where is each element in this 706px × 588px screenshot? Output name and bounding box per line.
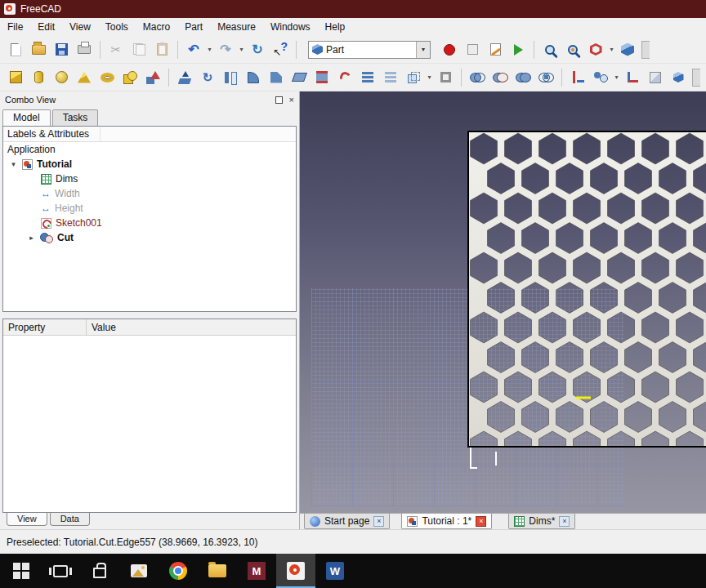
new-file-button[interactable] <box>5 39 26 60</box>
menu-windows[interactable]: Windows <box>263 19 318 36</box>
expand-open-icon[interactable]: ▾ <box>9 160 18 168</box>
tab-start-page[interactable]: Start page × <box>304 514 390 529</box>
whats-this-button[interactable]: ↖ ? <box>270 39 291 60</box>
paste-button[interactable] <box>151 39 172 60</box>
menu-edit[interactable]: Edit <box>30 19 62 36</box>
zoom-selection-button[interactable] <box>562 39 583 60</box>
tree-item-tutorial[interactable]: ▾ Tutorial <box>3 157 296 172</box>
intersection-button[interactable] <box>535 67 556 88</box>
undo-button[interactable]: ↶ <box>183 39 204 60</box>
tree-item-width[interactable]: ↔ Width <box>3 186 296 201</box>
workbench-selector[interactable]: Part ▾ <box>308 41 431 59</box>
property-table-body[interactable] <box>3 336 296 512</box>
tab-data[interactable]: Data <box>50 513 90 526</box>
property-column-header[interactable]: Property <box>3 319 87 335</box>
toggle-measurement-button[interactable] <box>645 67 666 88</box>
measure-linear-button[interactable] <box>567 67 588 88</box>
word-button[interactable]: W <box>315 554 355 588</box>
measure-angular-button[interactable] <box>622 67 643 88</box>
connect-button[interactable] <box>590 67 611 88</box>
m-app-button[interactable]: M <box>237 554 276 588</box>
part-sphere-button[interactable] <box>51 67 72 88</box>
open-file-button[interactable] <box>28 39 49 60</box>
fit-all-button[interactable] <box>539 39 561 60</box>
loft-button[interactable] <box>311 67 333 88</box>
clipped-toolbar-button[interactable] <box>692 69 700 87</box>
offset-dropdown-arrow[interactable]: ▾ <box>426 74 433 81</box>
tree-root-application[interactable]: Application <box>3 142 296 157</box>
menu-tools[interactable]: Tools <box>98 19 136 36</box>
menu-view[interactable]: View <box>62 19 98 36</box>
boolean-cut-button[interactable] <box>489 67 511 88</box>
clipped-toolbar-button[interactable] <box>641 41 650 59</box>
section-button[interactable] <box>357 67 378 88</box>
value-column-header[interactable]: Value <box>87 319 116 335</box>
redo-dropdown-arrow[interactable]: ▾ <box>238 46 245 53</box>
close-tab-icon[interactable]: × <box>373 516 384 527</box>
tree-item-height[interactable]: ↔ Height <box>3 201 296 216</box>
tab-tutorial-document[interactable]: Tutorial : 1* × <box>401 514 492 529</box>
file-explorer-button[interactable] <box>198 554 237 588</box>
draw-style-dropdown-arrow[interactable]: ▾ <box>608 46 615 53</box>
draw-style-button[interactable] <box>585 39 606 60</box>
refresh-button[interactable]: ↻ <box>247 39 268 60</box>
task-view-button[interactable] <box>41 554 80 588</box>
macro-stop-button[interactable] <box>462 39 483 60</box>
menu-macro[interactable]: Macro <box>136 19 177 36</box>
freecad-taskbar-button[interactable] <box>276 554 315 588</box>
menu-help[interactable]: Help <box>318 19 353 36</box>
menu-measure[interactable]: Measure <box>210 19 263 36</box>
save-button[interactable] <box>51 39 72 60</box>
cross-sections-button[interactable] <box>380 67 401 88</box>
axonometric-view-button[interactable] <box>617 39 638 60</box>
copy-button[interactable] <box>128 39 150 60</box>
undo-dropdown-arrow[interactable]: ▾ <box>206 46 213 53</box>
fillet-button[interactable] <box>243 67 264 88</box>
boolean-button[interactable] <box>467 67 488 88</box>
part-torus-button[interactable] <box>96 67 118 88</box>
close-tab-icon[interactable]: × <box>476 516 486 527</box>
start-menu-button[interactable] <box>2 554 41 588</box>
tree-item-cut[interactable]: ▸ Cut <box>3 230 296 245</box>
close-tab-icon[interactable]: × <box>559 516 570 527</box>
mirror-button[interactable] <box>220 67 241 88</box>
thickness-button[interactable] <box>435 67 456 88</box>
tree-item-dims[interactable]: Dims <box>3 172 296 186</box>
tree-item-sketch001[interactable]: Sketch001 <box>3 216 296 230</box>
part-cone-button[interactable] <box>74 67 95 88</box>
photos-button[interactable] <box>119 554 159 588</box>
toggle-3d-button[interactable] <box>668 67 689 88</box>
macro-edit-button[interactable] <box>485 39 506 60</box>
connect-dropdown-arrow[interactable]: ▾ <box>613 74 620 81</box>
tab-dims-spreadsheet[interactable]: Dims* × <box>508 514 575 529</box>
part-cylinder-button[interactable] <box>28 67 49 88</box>
tab-view[interactable]: View <box>7 513 47 526</box>
menu-file[interactable]: File <box>0 19 30 36</box>
shape-builder-button[interactable] <box>142 67 163 88</box>
extrude-button[interactable] <box>174 67 195 88</box>
float-window-icon[interactable] <box>275 96 283 104</box>
close-panel-icon[interactable]: × <box>289 96 294 105</box>
macro-record-button[interactable] <box>439 39 460 60</box>
revolve-button[interactable]: ↻ <box>197 67 218 88</box>
part-box-button[interactable] <box>5 67 26 88</box>
store-button[interactable] <box>80 554 119 588</box>
union-button[interactable] <box>512 67 534 88</box>
redo-button[interactable]: ↷ <box>215 39 236 60</box>
macro-play-button[interactable] <box>507 39 529 60</box>
tree-column-header[interactable]: Labels & Attributes <box>3 127 296 142</box>
sweep-button[interactable] <box>334 67 355 88</box>
ruled-surface-button[interactable] <box>288 67 310 88</box>
honeycomb-part[interactable] <box>467 131 706 474</box>
3d-viewport[interactable]: Start page × Tutorial : 1* × Dims* × <box>300 91 706 529</box>
offset-button[interactable] <box>403 67 424 88</box>
chrome-button[interactable] <box>159 554 198 588</box>
chamfer-button[interactable] <box>266 67 287 88</box>
cut-button[interactable]: ✂ <box>105 39 127 60</box>
tab-tasks[interactable]: Tasks <box>52 109 99 126</box>
tab-model[interactable]: Model <box>2 109 51 126</box>
menu-part[interactable]: Part <box>177 19 210 36</box>
expand-closed-icon[interactable]: ▸ <box>27 234 36 242</box>
print-button[interactable] <box>74 39 95 60</box>
create-primitives-button[interactable] <box>119 67 141 88</box>
